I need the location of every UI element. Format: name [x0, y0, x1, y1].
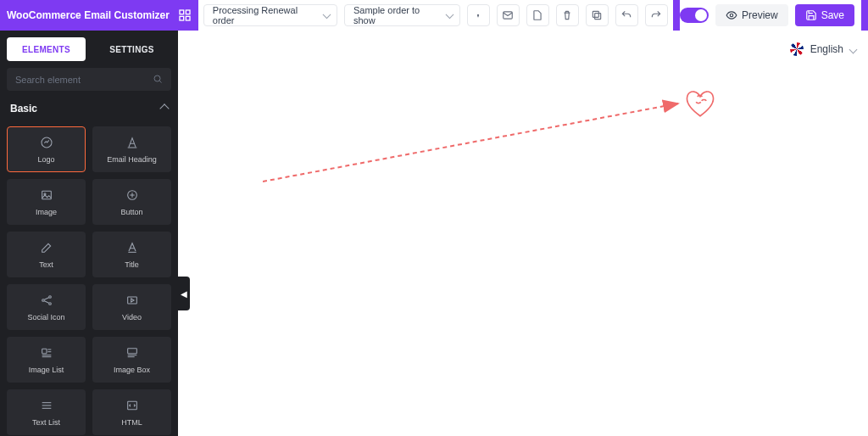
tab-elements[interactable]: ELEMENTS — [7, 37, 86, 61]
tab-settings[interactable]: SETTINGS — [92, 37, 171, 61]
save-button[interactable]: Save — [795, 4, 854, 26]
svg-rect-24 — [127, 297, 136, 304]
element-label: Title — [125, 260, 139, 269]
element-label: Image Box — [114, 366, 150, 374]
chevron-down-icon — [849, 45, 858, 53]
element-email-heading[interactable]: Email Heading — [92, 126, 171, 172]
element-label: Image — [36, 208, 57, 216]
trash-button[interactable] — [556, 4, 579, 26]
language-label: English — [810, 43, 843, 55]
share-icon — [40, 293, 53, 308]
element-label: Social Icon — [27, 313, 64, 321]
text-icon — [40, 240, 53, 255]
code-icon — [125, 398, 139, 413]
svg-point-10 — [730, 14, 733, 17]
preview-button[interactable]: Preview — [715, 4, 788, 26]
svg-rect-0 — [180, 10, 184, 14]
element-social-icon[interactable]: Social Icon — [7, 284, 86, 330]
drag-arrow-annotation — [263, 98, 695, 200]
title-icon — [125, 240, 139, 255]
element-text[interactable]: Text — [7, 232, 86, 277]
logo-icon — [40, 135, 53, 150]
svg-rect-8 — [595, 14, 601, 20]
svg-point-22 — [48, 296, 51, 299]
sidebar: ELEMENTS SETTINGS Search element Basic L… — [0, 31, 178, 436]
app-title: WooCommerce Email Customizer — [7, 9, 170, 21]
live-toggle[interactable] — [680, 8, 709, 23]
search-input[interactable]: Search element — [7, 68, 171, 91]
image-list-icon — [40, 345, 53, 361]
element-title[interactable]: Title — [92, 232, 171, 277]
element-image-box[interactable]: Image Box — [92, 337, 171, 383]
svg-line-12 — [159, 81, 161, 82]
element-label: Logo — [37, 155, 54, 164]
element-label: Email Heading — [107, 155, 157, 164]
element-image[interactable]: Image — [7, 179, 86, 225]
svg-point-23 — [48, 303, 51, 305]
flag-icon — [790, 42, 804, 56]
svg-line-37 — [263, 103, 678, 182]
svg-rect-1 — [186, 10, 190, 14]
qr-icon[interactable] — [178, 8, 192, 22]
element-label: Button — [120, 208, 142, 216]
element-image-list[interactable]: Image List — [7, 337, 86, 383]
svg-point-21 — [42, 299, 44, 302]
element-label: Video — [122, 313, 142, 321]
svg-rect-25 — [42, 349, 46, 354]
element-text-list[interactable]: Text List — [7, 389, 86, 435]
element-label: Text — [39, 260, 53, 269]
element-label: Text List — [32, 418, 60, 427]
canvas[interactable]: ◀ English — [178, 31, 868, 436]
element-video[interactable]: Video — [92, 284, 171, 330]
language-dropdown[interactable]: English — [790, 42, 856, 56]
element-label: HTML — [121, 418, 142, 427]
image-icon — [40, 187, 53, 203]
svg-point-11 — [154, 75, 160, 81]
logo-preview[interactable] — [683, 88, 717, 122]
button-icon — [125, 187, 139, 203]
topbar: WooCommerce Email Customizer Processing … — [0, 0, 868, 31]
sidebar-collapse-handle[interactable]: ◀ — [178, 277, 190, 310]
chevron-up-icon — [159, 104, 169, 114]
redo-button[interactable] — [645, 4, 668, 26]
section-basic[interactable]: Basic — [0, 91, 178, 120]
svg-rect-30 — [127, 349, 136, 354]
mail-button[interactable] — [497, 4, 520, 26]
undo-button[interactable] — [615, 4, 638, 26]
search-icon — [153, 74, 163, 86]
copy-button[interactable] — [586, 4, 609, 26]
element-button[interactable]: Button — [92, 179, 171, 225]
svg-rect-3 — [186, 16, 190, 20]
element-label: Image List — [29, 366, 64, 374]
page-button[interactable] — [526, 4, 549, 26]
heading-icon — [125, 135, 139, 150]
element-logo[interactable]: Logo — [7, 126, 86, 172]
list-icon — [40, 398, 53, 413]
sample-order-dropdown[interactable]: Sample order to show — [344, 4, 460, 26]
info-button[interactable] — [467, 4, 490, 26]
element-html[interactable]: HTML — [92, 389, 171, 435]
video-icon — [125, 293, 139, 308]
order-type-dropdown[interactable]: Processing Renewal order — [203, 4, 337, 26]
svg-rect-2 — [180, 16, 184, 20]
svg-rect-9 — [593, 11, 599, 17]
image-box-icon — [125, 345, 139, 361]
svg-rect-15 — [42, 192, 51, 199]
